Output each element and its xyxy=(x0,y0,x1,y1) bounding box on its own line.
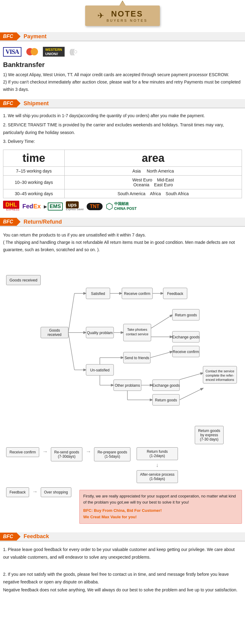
svg-text:Un-satisfied: Un-satisfied xyxy=(90,368,109,372)
area-header: area xyxy=(65,150,242,167)
pink-text-2: BFC: Buy From China, Bid For Customer! xyxy=(83,508,238,514)
plane-icon: ✈ xyxy=(97,11,104,20)
feedback-content: 1. Please leave good feedback for every … xyxy=(0,544,245,602)
shipment-text-1: 1. We will ship you products in 1-7 days… xyxy=(3,112,242,120)
svg-line-50 xyxy=(179,388,203,400)
arrow-icon-4: → xyxy=(32,489,38,495)
carrier-logos: DHL EXPRESS FedEx ▶ EMS ups Express Save… xyxy=(0,198,245,214)
return-flowchart: Goods received Goods received Satisfi xyxy=(0,257,245,529)
table-row: 7–15 working days Asia North America xyxy=(3,167,242,176)
notes-banner: ✈ NOTES BUYERS NOTES xyxy=(0,0,245,29)
area-cell-3: South America Africa South Africa xyxy=(65,189,242,198)
feedback-text-2: 2. If you are not satisfy with the goods… xyxy=(3,571,242,594)
fedex-logo: FedEx xyxy=(22,203,41,210)
pink-text-3: We Creat Max Vaule for you! xyxy=(83,514,238,520)
shipment-text-3: 3. Delivery Time: xyxy=(3,138,242,145)
payment-section-header: BFC Payment xyxy=(0,32,245,41)
dhl-logo: DHL EXPRESS xyxy=(3,202,19,211)
svg-text:contact service: contact service xyxy=(126,332,148,336)
svg-text:Satisfied: Satisfied xyxy=(91,292,105,296)
tnt-logo: TNT xyxy=(87,203,102,210)
visa-logo: VISA xyxy=(3,47,21,57)
return-text: You can return the products to us if you… xyxy=(0,229,245,256)
mastercard-logo xyxy=(26,48,38,55)
payment-text-2: 2) If you can't checkout immediately aft… xyxy=(3,79,242,93)
return-text-p: You can return the products to us if you… xyxy=(3,232,242,253)
receive-confirm-box: Receive confirm xyxy=(6,447,39,457)
feedback-header-arrow xyxy=(16,532,21,541)
reprepare-goods-box: Re-prepare goods (1-5days) xyxy=(94,447,130,461)
svg-text:Quality problam: Quality problam xyxy=(87,331,113,335)
svg-text:Exchange goods: Exchange goods xyxy=(152,383,179,388)
return-funds-box: Return funds (1-2days) xyxy=(137,447,178,460)
svg-text:Contact the service: Contact the service xyxy=(205,369,234,373)
time-cell-1: 7–15 working days xyxy=(3,167,65,176)
payment-text-1: 1) We accept Alipay, West Union, TT. All… xyxy=(3,71,242,79)
arrow-icon-3: ↓ xyxy=(137,462,178,468)
after-service-box: After-service process (1-5days) xyxy=(137,470,178,483)
arrow-icon-1: → xyxy=(42,449,48,455)
feedback-bfc-label: BFC xyxy=(0,533,16,541)
svg-text:Return goods: Return goods xyxy=(175,313,197,317)
time-header: time xyxy=(3,150,65,167)
svg-line-49 xyxy=(179,373,203,380)
ups-logo: ups Express Saver xyxy=(66,202,84,211)
table-row: 10–30 working days West Euro Mid-East Oc… xyxy=(3,176,242,189)
shipment-header-arrow xyxy=(16,99,21,108)
feedback-box: Feedback xyxy=(6,487,29,497)
pink-message-box: Firstly, we are really appreciated for y… xyxy=(79,490,242,524)
svg-text:Return goods: Return goods xyxy=(155,398,177,402)
return-header-arrow xyxy=(16,218,21,226)
area-cell-2: West Euro Mid-East Oceania East Euro xyxy=(65,176,242,189)
return-goods-express-label: Return goods xyxy=(198,429,220,433)
payment-title: Payment xyxy=(21,33,245,40)
resend-goods-box: Re-send goods (7-30days) xyxy=(51,447,82,461)
pink-text-1: Firstly, we are really appreciated for y… xyxy=(83,493,238,506)
return-section-header: BFC Return/Refund xyxy=(0,218,245,227)
svg-text:Exchange goods: Exchange goods xyxy=(172,335,199,339)
shipment-bfc-label: BFC xyxy=(0,99,16,107)
shipment-text-2: 2. SERVICE TRANSIT TIME is provided by t… xyxy=(3,121,242,136)
svg-text:Other problams: Other problams xyxy=(115,383,140,388)
svg-line-3 xyxy=(68,293,74,333)
payment-header-arrow xyxy=(16,32,21,41)
svg-text:Send to friends: Send to friends xyxy=(125,356,149,360)
notes-title: NOTES xyxy=(107,9,148,19)
svg-line-22 xyxy=(151,315,172,328)
payment-logos: VISA WESTERN UNION// ((((○ xyxy=(0,44,245,60)
feedback-text-1: 1. Please leave good feedback for every … xyxy=(3,546,242,561)
western-union-logo: WESTERN UNION// xyxy=(43,47,65,57)
area-cell-1: Asia North America xyxy=(65,167,242,176)
chinapost-logo: ⬡ 中国邮政CHINA POST xyxy=(106,201,137,211)
over-shopping-box: Over shopping xyxy=(41,487,71,497)
svg-text:enced informations: enced informations xyxy=(206,378,234,382)
time-cell-3: 30–45 working days xyxy=(3,189,65,198)
shipment-title: Shipment xyxy=(21,100,245,107)
payment-text: 1) We accept Alipay, West Union, TT. All… xyxy=(0,70,245,96)
return-goods-express-box: Return goods by express (7-30 days) xyxy=(195,426,224,444)
arrow-icon-2: → xyxy=(85,449,91,455)
feedback-section-header: BFC Feedback xyxy=(0,532,245,542)
return-bfc-label: BFC xyxy=(0,218,16,226)
goods-received-box: Goods received xyxy=(6,275,41,285)
svg-text:received: received xyxy=(47,333,61,337)
ems-logo: ▶ EMS xyxy=(44,203,63,210)
svg-text:Take photoes: Take photoes xyxy=(127,328,147,331)
svg-text:Receive confirm: Receive confirm xyxy=(173,350,199,354)
notes-subtitle: BUYERS NOTES xyxy=(107,19,148,22)
feedback-title: Feedback xyxy=(21,533,245,540)
table-row: 30–45 working days South America Africa … xyxy=(3,189,242,198)
delivery-table: time area 7–15 working days Asia North A… xyxy=(3,150,242,198)
banktransfer-title: Banktransfer xyxy=(0,60,245,70)
shipment-section-header: BFC Shipment xyxy=(0,99,245,108)
svg-text:Goods: Goods xyxy=(49,328,60,333)
alipay-logo: ((((○ xyxy=(70,48,77,56)
time-cell-2: 10–30 working days xyxy=(3,176,65,189)
svg-line-35 xyxy=(150,352,172,358)
svg-text:Feedback: Feedback xyxy=(167,292,184,296)
svg-line-5 xyxy=(68,333,74,370)
payment-bfc-label: BFC xyxy=(0,32,16,40)
svg-text:complete the refer-: complete the refer- xyxy=(206,374,234,377)
flowchart-svg: Goods received Satisfied Receive confirm… xyxy=(41,260,245,443)
return-title: Return/Refund xyxy=(21,219,245,225)
